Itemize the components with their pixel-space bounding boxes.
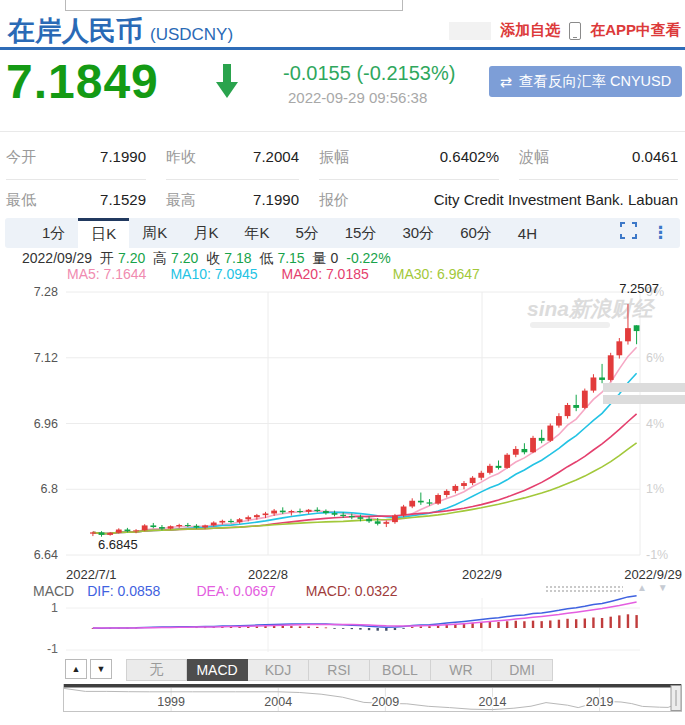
- axis-label: 7.12: [34, 351, 58, 365]
- quote-timestamp: 2022-09-29 09:56:38: [288, 89, 427, 106]
- chart-toolbar-icons: ⋮: [620, 222, 669, 243]
- axis-label: sina新浪财经: [527, 297, 656, 320]
- swap-icon: ⇄: [500, 74, 512, 90]
- axis-label: 2022/9/29: [624, 567, 682, 582]
- macd-hist-bar: [230, 627, 232, 628]
- candle-body: [634, 325, 640, 331]
- indicator-next-button[interactable]: ▼: [90, 659, 112, 679]
- macd-hist-bar: [506, 621, 508, 628]
- header-divider: [0, 47, 685, 50]
- macd-hist-bar: [385, 628, 387, 631]
- macd-hist-bar: [575, 619, 577, 628]
- axis-label: 2009: [371, 695, 399, 709]
- axis-label: 6.6845: [98, 537, 138, 552]
- candle-body: [383, 522, 389, 524]
- macd-hist-bar: [282, 626, 284, 628]
- price-change: -0.0155 (-0.2153%): [283, 62, 455, 85]
- navigator-handle[interactable]: [671, 686, 681, 711]
- indicator-tab-macd[interactable]: MACD: [187, 659, 248, 681]
- dea-value: DEA: 0.0697: [196, 583, 275, 599]
- macd-hist-bar: [307, 627, 309, 628]
- dif-value: DIF: 0.0858: [87, 583, 160, 599]
- candle-body: [306, 510, 312, 512]
- macd-hist-bar: [195, 627, 197, 628]
- tab-5min[interactable]: 5分: [282, 218, 331, 248]
- stat-prev-close: 昨收 7.2004: [166, 137, 299, 180]
- indicator-tab-wr[interactable]: WR: [431, 659, 492, 681]
- macd-hist-bar: [411, 627, 413, 628]
- candle-body: [427, 502, 433, 503]
- reverse-rate-button[interactable]: ⇄ 查看反向汇率 CNYUSD: [489, 66, 682, 97]
- candle-body: [556, 416, 562, 425]
- indicator-cycle-buttons: ▲ ▼: [65, 659, 112, 679]
- highlight-band: [603, 383, 685, 392]
- candle-body: [444, 491, 450, 495]
- fullscreen-icon[interactable]: [620, 222, 637, 243]
- macd-hist-bar: [523, 621, 525, 628]
- candle-body: [522, 449, 528, 452]
- navigator-range-bar: [64, 684, 681, 688]
- candle-body: [599, 377, 605, 379]
- candle-body: [254, 515, 260, 517]
- macd-hist-bar: [178, 627, 180, 628]
- candle-body: [573, 405, 579, 408]
- macd-hist-bar: [351, 628, 353, 629]
- macd-hist-bar: [394, 628, 396, 630]
- tab-4h[interactable]: 4H: [505, 218, 550, 248]
- candle-body: [323, 511, 329, 513]
- candle-body: [504, 455, 510, 468]
- candle-body: [401, 507, 407, 516]
- stat-quote-source: 报价 City Credit Investment Bank. Labuan: [319, 180, 678, 223]
- candle-body: [288, 511, 294, 512]
- tab-1min[interactable]: 1分: [29, 218, 78, 248]
- candle-body: [159, 527, 165, 529]
- symbol-code: (USDCNY): [150, 25, 233, 45]
- macd-hist-bar: [376, 628, 378, 631]
- panel-up-icon[interactable]: ▲: [637, 582, 647, 593]
- usdcny-quote-page: 在岸人民币 (USDCNY) 添加自选 在APP中查看 7.1849 -0.01…: [0, 0, 685, 725]
- star-icon[interactable]: [449, 22, 491, 40]
- add-watchlist-button[interactable]: 添加自选: [500, 21, 560, 40]
- tab-daily[interactable]: 日K: [78, 218, 129, 248]
- indicator-tab-none[interactable]: 无: [126, 659, 187, 681]
- macd-hist-bar: [471, 623, 473, 628]
- panel-down-icon[interactable]: ▼: [658, 582, 668, 593]
- candle-body: [99, 532, 105, 534]
- stat-high: 最高 7.1990: [166, 180, 299, 223]
- macd-hist-bar: [126, 628, 128, 629]
- candle-body: [392, 516, 398, 523]
- indicator-tab-rsi[interactable]: RSI: [309, 659, 370, 681]
- macd-hist-bar: [515, 621, 517, 628]
- tab-15min[interactable]: 15分: [332, 218, 390, 248]
- axis-label: 6%: [646, 351, 664, 365]
- axis-label: 2014: [479, 695, 507, 709]
- axis-label: 1999: [157, 695, 185, 709]
- indicator-tab-dmi[interactable]: DMI: [492, 659, 553, 681]
- tab-weekly[interactable]: 周K: [129, 218, 180, 248]
- candle-body: [142, 525, 148, 530]
- axis-label: -1: [47, 642, 58, 656]
- tab-60min[interactable]: 60分: [447, 218, 505, 248]
- candle-body: [435, 495, 441, 504]
- candle-body: [487, 466, 493, 473]
- section-divider: [0, 131, 685, 132]
- indicator-tab-boll[interactable]: BOLL: [370, 659, 431, 681]
- candle-body: [150, 525, 156, 527]
- navigator-box: [64, 685, 682, 712]
- ohlc-pct: -0.22%: [346, 250, 390, 266]
- tab-30min[interactable]: 30分: [389, 218, 447, 248]
- macd-hist-bar: [480, 622, 482, 628]
- ma5-legend: MA5: 7.1644: [67, 266, 146, 282]
- view-in-app-link[interactable]: 在APP中查看: [590, 21, 681, 40]
- macd-value: MACD: 0.0322: [306, 583, 398, 599]
- indicator-tab-kdj[interactable]: KDJ: [248, 659, 309, 681]
- candle-body: [366, 519, 372, 521]
- search-box-partial[interactable]: [65, 0, 403, 11]
- axis-label: 2004: [264, 695, 292, 709]
- indicator-prev-button[interactable]: ▲: [65, 659, 87, 679]
- axis-label: 1: [51, 601, 58, 615]
- more-options-icon[interactable]: ⋮: [652, 224, 669, 241]
- tab-yearly[interactable]: 年K: [231, 218, 282, 248]
- panel-drag-handle[interactable]: [545, 585, 623, 594]
- tab-monthly[interactable]: 月K: [180, 218, 231, 248]
